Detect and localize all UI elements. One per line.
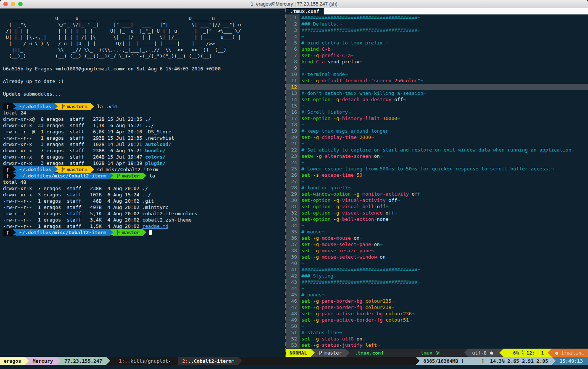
file-list-row: -rw-r--r-- 1 eragos staff 293B 15 Jul 22…: [3, 135, 288, 141]
gear-icon: [435, 350, 440, 355]
line-number: 30: [286, 197, 300, 203]
file-name: cobalt2.itermcolors: [142, 211, 198, 216]
cursor-column: 1: [535, 350, 544, 356]
line-number: 6: [286, 46, 300, 52]
prompt-git-segment: master: [113, 229, 143, 236]
vim-line-text: #·Scroll·History¬: [300, 109, 588, 115]
vim-line-text: set-option·-g·visual-activity·off¬: [300, 197, 588, 203]
vim-line-text: ¬: [300, 84, 588, 90]
powerline-separator: [548, 349, 552, 357]
window-index: 1:: [119, 358, 125, 364]
prompt-path-segment: ~/.dotfiles/misc/Cobalt2-iterm: [16, 229, 110, 236]
prompt-path-segment: ~/.dotfiles: [16, 166, 54, 173]
powerline-separator: [464, 349, 468, 357]
vim-statusline: NORMALmaster.tmux.conftmux utf-8 6%LN12:…: [286, 349, 588, 357]
file-name: plugin/: [145, 160, 166, 166]
vim-line: 15¬: [286, 103, 588, 109]
vim-line-text: set·-g·pane-border-bg·colour235¬: [300, 298, 588, 304]
vim-line-text: ¬: [300, 285, 588, 292]
vim-line-text: ########################################…: [300, 266, 588, 273]
git-branch-icon: [116, 173, 120, 178]
file-list-row: drwxr-xr-x@ 8 eragos staff 272B 15 Jul 2…: [3, 116, 288, 122]
line-number: 9: [286, 65, 300, 71]
file-name: .git: [142, 198, 154, 204]
vim-line: 17set-option·-g·history-limit·10000¬: [286, 115, 588, 122]
file-meta: -rw-r--r-- 1 eragos staff 46B 4 Aug 20:0…: [3, 198, 142, 204]
vim-line-text: set·-g·status-justify·left¬: [300, 342, 588, 348]
vim-line: 23setw·-g·alternate-screen·on¬: [286, 153, 588, 159]
file-name: autoload/: [145, 142, 171, 147]
vim-tabline-fill: [324, 8, 588, 14]
vim-line: 18¬: [286, 122, 588, 128]
file-meta: drwxr-xr-x 33 eragos staff 1,1K 6 Aug 15…: [3, 123, 145, 128]
tmux-window-tab[interactable]: 1:..kills/gnuplot-: [115, 357, 175, 365]
terminal-cursor[interactable]: [149, 230, 152, 235]
vim-line-text: #·terminal·mode¬: [300, 71, 588, 77]
powerline-separator: [13, 166, 16, 172]
file-name: ../: [142, 192, 151, 197]
vim-tabline: .tmux.conf: [286, 8, 588, 14]
line-number: 12: [286, 84, 300, 90]
file-name: .netrwhist: [145, 135, 174, 141]
vim-line-text: ###·Styling¬: [300, 273, 588, 279]
file-list-row: drwxr-xr-x 7 eragos staff 238B 6 Aug 15:…: [3, 147, 288, 154]
vim-line: 40¬: [286, 260, 588, 266]
vim-line-text: ¬: [300, 323, 588, 329]
ascii-banner-line: U| |_| |\.-,_| | |_| | /| |\ \| _|/ | | …: [3, 34, 288, 40]
file-list-row: drwxr-xr-x 3 eragos staff 102B 14 Apr 19…: [3, 160, 288, 166]
apple-icon: [489, 350, 494, 355]
vim-line-text: set·-g·prefix·C-a¬: [300, 52, 588, 59]
vim-line: 19#·keep·tmux·msgs·around·longer¬: [286, 128, 588, 134]
terminal-line: [3, 97, 288, 103]
file-name: .DS_Store: [145, 129, 171, 134]
vim-line: 1#######################################…: [286, 14, 588, 21]
line-number: 16: [286, 109, 300, 115]
vim-line: 29set-window-option·-g·monitor-activity·…: [286, 191, 588, 197]
vim-line-text: ¬: [300, 140, 588, 147]
vim-line-text: set·-g·pane-active-border-fg·colour51¬: [300, 317, 588, 323]
line-number: 22: [286, 147, 300, 153]
line-number: 34: [286, 222, 300, 229]
prompt-line: †~/.dotfilesmaster±la .vim: [3, 103, 288, 110]
file-list-row: -rw-r--r-- 1 eragos staff 1,5K 4 Aug 20:…: [3, 223, 288, 229]
statusline-spacer: [387, 349, 417, 357]
vim-line: 16#·Scroll·History¬: [286, 109, 588, 115]
line-number: 14: [286, 96, 300, 103]
file-meta: drwxr-xr-x 6 eragos staff 204B 15 Jul 19…: [3, 154, 145, 160]
statusline-plugin: tmux: [417, 349, 446, 357]
file-meta: -rw-r--r-- 1 eragos staff 3,4K 4 Aug 20:…: [3, 217, 142, 223]
command-text: la: [149, 173, 155, 179]
vim-line: 25#·Lower·escape·timing·from·500ms·to·50…: [286, 166, 588, 172]
titlebar[interactable]: 1. eragos@Mercury | 77.23.155.247 (sh): [0, 0, 588, 9]
scroll-percent: 6%: [507, 350, 519, 356]
prompt-path-segment: ~/.dotfiles/misc/Cobalt2-iterm: [16, 173, 110, 179]
vim-line-text: #·panes¬: [300, 292, 588, 298]
prompt-status-segment: †: [3, 173, 13, 179]
tmux-window-tab[interactable]: 2:..Cobalt2-iterm*: [178, 357, 238, 365]
vim-line: 5#·bind·ctrl+a·to·tmux·prefix.¬: [286, 40, 588, 46]
window-flag: *: [231, 358, 234, 364]
git-branch-label: master±: [67, 103, 87, 110]
vim-line: 22#·Set·ability·to·capture·on·start·and·…: [286, 147, 588, 153]
tmux-clock: 15:49:13: [556, 357, 588, 365]
vim-line-text: set·-g·mode-mouse·on¬: [300, 235, 588, 241]
prompt-line: †~/.dotfiles/misc/Cobalt2-itermmasterla: [3, 173, 288, 179]
vim-line: 13#·don't·detach·tmux·when·killing·a·ses…: [286, 90, 588, 96]
file-name: cobalt2.zsh-theme: [142, 217, 192, 223]
vim-line: 28#·loud·or·quiet?¬: [286, 184, 588, 191]
vim-buffer[interactable]: 1#######################################…: [286, 14, 588, 348]
line-number: 27: [286, 178, 300, 184]
vim-tab[interactable]: .tmux.conf: [286, 9, 323, 14]
statusline-encoding: utf-8: [468, 349, 499, 357]
powerline-separator: [91, 103, 94, 109]
file-meta: drwxr-xr-x 7 eragos staff 238B 6 Aug 15:…: [3, 148, 145, 153]
powerline-separator: [25, 357, 29, 365]
prompt-line: †~/.dotfiles/misc/Cobalt2-itermmaster: [3, 229, 288, 236]
vim-line-text: set·-g·mouse-select-window·on¬: [300, 254, 588, 260]
vim-line: 7set·-g·prefix·C-a¬: [286, 52, 588, 59]
ascii-banner-line: ____ U ___ u _____ _____ _ U _____ u ___…: [3, 15, 288, 21]
vim-line-text: ¬: [300, 33, 588, 40]
vim-pane[interactable]: .tmux.conf 1############################…: [286, 8, 588, 357]
shell-pane[interactable]: ____ U ___ u _____ _____ _ U _____ u ___…: [0, 8, 288, 357]
window-flag: -: [168, 358, 171, 364]
